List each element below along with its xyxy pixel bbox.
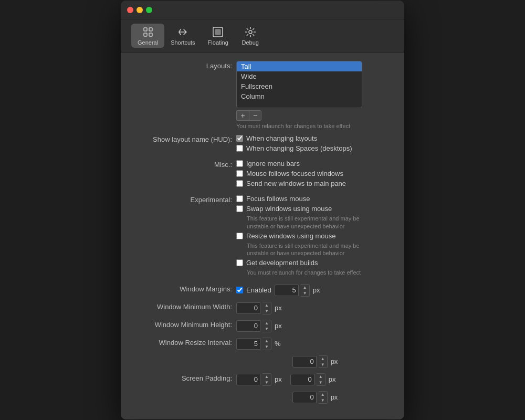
window-min-width-up[interactable]: ▲ bbox=[262, 302, 271, 308]
screen-padding-top-down[interactable]: ▼ bbox=[319, 362, 327, 368]
screen-padding-top-center: 0 ▲ ▼ px bbox=[236, 355, 394, 368]
when-changing-layouts-label: When changing layouts bbox=[246, 134, 317, 142]
experimental-content: Focus follows mouse Swap windows using m… bbox=[236, 195, 394, 278]
screen-padding-top-row: 0 ▲ ▼ px bbox=[131, 355, 394, 368]
toolbar: General Shortcuts Floating Debug bbox=[121, 19, 404, 52]
window-min-width-input[interactable]: 0 bbox=[236, 302, 260, 314]
window-min-width-content: 0 ▲ ▼ px bbox=[236, 302, 394, 314]
screen-padding-bottom-center: 0 ▲ ▼ px bbox=[236, 391, 394, 404]
layouts-content: Tall Wide Fullscreen Column + − You must… bbox=[236, 61, 394, 129]
window-resize-interval-up[interactable]: ▲ bbox=[262, 338, 271, 344]
window-margins-controls: Enabled 5 ▲ ▼ px bbox=[236, 284, 394, 297]
window-resize-interval-label: Window Resize Interval: bbox=[131, 338, 236, 346]
send-new-windows-checkbox[interactable] bbox=[236, 180, 243, 187]
when-changing-layouts-checkbox[interactable] bbox=[236, 135, 243, 142]
add-layout-button[interactable]: + bbox=[236, 110, 249, 121]
send-new-windows-row: Send new windows to main pane bbox=[236, 180, 394, 187]
window-min-height-stepper: ▲ ▼ bbox=[262, 320, 271, 332]
screen-padding-left-down[interactable]: ▼ bbox=[262, 380, 271, 385]
screen-padding-bottom-input[interactable]: 0 bbox=[292, 392, 317, 403]
window-min-width-unit: px bbox=[275, 304, 282, 312]
swap-windows-hint: This feature is still experimental and m… bbox=[247, 215, 394, 230]
screen-padding-bottom-unit: px bbox=[331, 393, 338, 401]
screen-padding-top-input[interactable]: 0 bbox=[292, 356, 317, 368]
screen-padding-left-input[interactable]: 0 bbox=[236, 374, 260, 385]
window-margins-value-wrap: 5 ▲ ▼ px bbox=[275, 284, 320, 297]
screen-padding-left-unit: px bbox=[275, 375, 282, 383]
screen-padding-right-up[interactable]: ▲ bbox=[317, 374, 325, 380]
focus-follows-mouse-checkbox[interactable] bbox=[236, 195, 243, 202]
window-margins-input[interactable]: 5 bbox=[275, 285, 299, 296]
screen-padding-left-wrap: 0 ▲ ▼ px bbox=[236, 373, 282, 386]
misc-content: Ignore menu bars Mouse follows focused w… bbox=[236, 160, 394, 190]
window-min-width-wrap: 0 ▲ ▼ px bbox=[236, 302, 394, 314]
screen-padding-bottom-down[interactable]: ▼ bbox=[319, 397, 327, 403]
window-min-height-label: Window Minimum Height: bbox=[131, 320, 236, 329]
get-dev-builds-label: Get development builds bbox=[246, 259, 318, 267]
window-min-width-row: Window Minimum Width: 0 ▲ ▼ px bbox=[131, 302, 394, 314]
window-min-height-up[interactable]: ▲ bbox=[262, 320, 271, 326]
layouts-label: Layouts: bbox=[131, 61, 236, 70]
dev-builds-hint: You must relaunch for changes to take ef… bbox=[247, 269, 394, 276]
remove-layout-button[interactable]: − bbox=[249, 110, 261, 121]
floating-icon bbox=[212, 26, 224, 38]
screen-padding-label: Screen Padding: bbox=[131, 373, 236, 382]
swap-windows-mouse-label: Swap windows using mouse bbox=[246, 205, 332, 213]
window-min-width-down[interactable]: ▼ bbox=[262, 308, 271, 314]
tab-shortcuts-label: Shortcuts bbox=[171, 39, 195, 46]
show-layout-hud-content: When changing layouts When changing Spac… bbox=[236, 134, 394, 154]
screen-padding-lr-content: 0 ▲ ▼ px 0 ▲ ▼ px bbox=[236, 373, 394, 386]
ignore-menu-bars-label: Ignore menu bars bbox=[246, 160, 300, 167]
window-resize-interval-stepper: ▲ ▼ bbox=[262, 338, 271, 350]
screen-padding-right-input[interactable]: 0 bbox=[290, 374, 314, 385]
screen-padding-right-down[interactable]: ▼ bbox=[317, 380, 325, 385]
window-min-height-input[interactable]: 0 bbox=[236, 320, 260, 332]
when-changing-spaces-checkbox[interactable] bbox=[236, 145, 243, 152]
layouts-listbox[interactable]: Tall Wide Fullscreen Column bbox=[236, 61, 362, 108]
maximize-button[interactable] bbox=[146, 7, 152, 13]
window-min-height-unit: px bbox=[275, 322, 282, 330]
screen-padding-top-spacer bbox=[131, 355, 236, 356]
close-button[interactable] bbox=[127, 7, 133, 13]
window-resize-interval-unit: % bbox=[275, 340, 281, 348]
screen-padding-top-up[interactable]: ▲ bbox=[319, 356, 327, 362]
window-margins-enabled-checkbox[interactable] bbox=[236, 287, 243, 293]
resize-windows-mouse-row: Resize windows using mouse bbox=[236, 232, 394, 240]
tab-shortcuts[interactable]: Shortcuts bbox=[164, 24, 201, 48]
layout-item-column[interactable]: Column bbox=[237, 91, 362, 101]
screen-padding-top-wrap: 0 ▲ ▼ px bbox=[292, 355, 338, 368]
window-resize-interval-input[interactable]: 5 bbox=[236, 338, 260, 350]
tab-general[interactable]: General bbox=[131, 24, 164, 48]
layouts-hint: You must relaunch for changes to take ef… bbox=[236, 123, 394, 129]
tab-floating[interactable]: Floating bbox=[202, 24, 235, 48]
resize-windows-mouse-checkbox[interactable] bbox=[236, 233, 243, 239]
layout-item-tall[interactable]: Tall bbox=[237, 61, 362, 71]
layout-item-wide[interactable]: Wide bbox=[237, 71, 362, 81]
screen-padding-bottom-wrap: 0 ▲ ▼ px bbox=[292, 391, 338, 404]
screen-padding-left-up[interactable]: ▲ bbox=[262, 374, 271, 380]
layout-item-fullscreen[interactable]: Fullscreen bbox=[237, 81, 362, 91]
window-margins-content: Enabled 5 ▲ ▼ px bbox=[236, 284, 394, 297]
minimize-button[interactable] bbox=[136, 7, 143, 13]
window-min-width-label: Window Minimum Width: bbox=[131, 302, 236, 311]
show-layout-hud-row: Show layout name (HUD): When changing la… bbox=[131, 134, 394, 154]
ignore-menu-bars-checkbox[interactable] bbox=[236, 160, 243, 167]
screen-padding-bottom-up[interactable]: ▲ bbox=[319, 392, 327, 397]
screen-padding-lr-wrap: 0 ▲ ▼ px 0 ▲ ▼ px bbox=[236, 373, 394, 386]
svg-rect-1 bbox=[149, 28, 152, 31]
get-dev-builds-row: Get development builds bbox=[236, 259, 394, 267]
screen-padding-lr-row: Screen Padding: 0 ▲ ▼ px 0 ▲ bbox=[131, 373, 394, 386]
window-margins-up[interactable]: ▲ bbox=[301, 285, 309, 290]
window-resize-interval-down[interactable]: ▼ bbox=[262, 344, 271, 350]
screen-padding-top-unit: px bbox=[331, 358, 338, 365]
misc-row: Misc.: Ignore menu bars Mouse follows fo… bbox=[131, 160, 394, 190]
window-min-height-down[interactable]: ▼ bbox=[262, 326, 271, 332]
svg-point-6 bbox=[249, 30, 252, 34]
mouse-follows-focused-checkbox[interactable] bbox=[236, 170, 243, 177]
focus-follows-mouse-label: Focus follows mouse bbox=[246, 195, 310, 203]
window-margins-down[interactable]: ▼ bbox=[301, 290, 309, 296]
tab-debug[interactable]: Debug bbox=[235, 24, 266, 48]
get-dev-builds-checkbox[interactable] bbox=[236, 259, 243, 266]
swap-windows-mouse-checkbox[interactable] bbox=[236, 205, 243, 212]
screen-padding-bottom-content: 0 ▲ ▼ px bbox=[236, 391, 394, 404]
